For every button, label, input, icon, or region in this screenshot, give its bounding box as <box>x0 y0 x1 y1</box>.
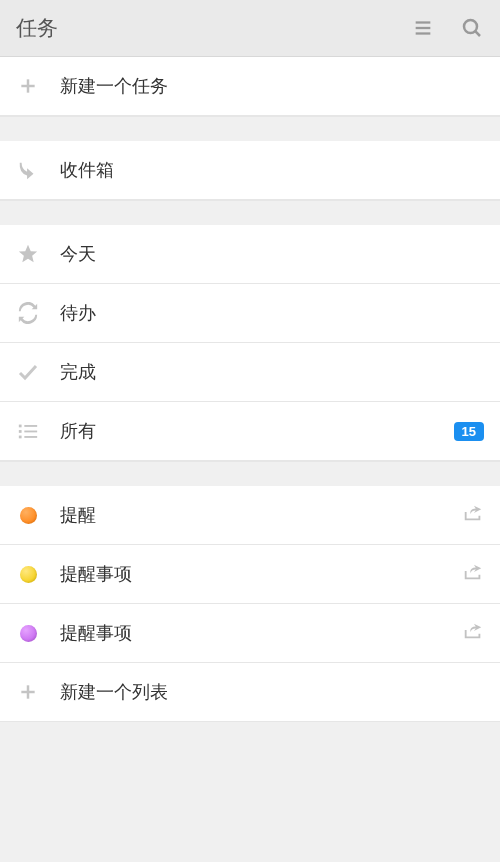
share-icon[interactable] <box>462 502 484 528</box>
filter-pending-label: 待办 <box>60 301 484 325</box>
inbox-arrow-icon <box>16 158 40 182</box>
new-list-row[interactable]: 新建一个列表 <box>0 663 500 722</box>
filter-pending[interactable]: 待办 <box>0 284 500 343</box>
inbox-row[interactable]: 收件箱 <box>0 141 500 200</box>
new-list-label: 新建一个列表 <box>60 680 484 704</box>
color-dot-icon <box>16 562 40 586</box>
new-task-row[interactable]: 新建一个任务 <box>0 57 500 116</box>
filter-done-label: 完成 <box>60 360 484 384</box>
list-icon <box>16 419 40 443</box>
svg-point-3 <box>464 20 477 33</box>
list-item-label: 提醒事项 <box>60 621 462 645</box>
count-badge: 15 <box>454 422 484 441</box>
share-icon[interactable] <box>462 561 484 587</box>
checkmark-icon <box>16 360 40 384</box>
svg-line-4 <box>475 31 480 36</box>
refresh-icon <box>16 301 40 325</box>
page-title: 任务 <box>16 14 58 42</box>
section-gap <box>0 461 500 486</box>
svg-rect-12 <box>24 436 37 438</box>
svg-rect-9 <box>19 430 22 433</box>
section-gap <box>0 200 500 225</box>
list-item-label: 提醒事项 <box>60 562 462 586</box>
share-icon[interactable] <box>462 620 484 646</box>
filter-done[interactable]: 完成 <box>0 343 500 402</box>
filter-today-label: 今天 <box>60 242 484 266</box>
filter-all-label: 所有 <box>60 419 454 443</box>
svg-rect-11 <box>19 436 22 439</box>
color-dot-icon <box>16 503 40 527</box>
list-item[interactable]: 提醒事项 <box>0 604 500 663</box>
plus-icon <box>16 680 40 704</box>
svg-rect-7 <box>19 425 22 428</box>
svg-rect-10 <box>24 431 37 433</box>
inbox-label: 收件箱 <box>60 158 484 182</box>
menu-icon[interactable] <box>412 17 434 39</box>
filter-today[interactable]: 今天 <box>0 225 500 284</box>
search-icon[interactable] <box>460 16 484 40</box>
list-item-label: 提醒 <box>60 503 462 527</box>
color-dot-icon <box>16 621 40 645</box>
header: 任务 <box>0 0 500 57</box>
svg-rect-8 <box>24 425 37 427</box>
plus-icon <box>16 74 40 98</box>
list-item[interactable]: 提醒 <box>0 486 500 545</box>
section-gap <box>0 116 500 141</box>
new-task-label: 新建一个任务 <box>60 74 484 98</box>
filter-all[interactable]: 所有 15 <box>0 402 500 461</box>
header-actions <box>412 16 484 40</box>
star-icon <box>16 242 40 266</box>
list-item[interactable]: 提醒事项 <box>0 545 500 604</box>
